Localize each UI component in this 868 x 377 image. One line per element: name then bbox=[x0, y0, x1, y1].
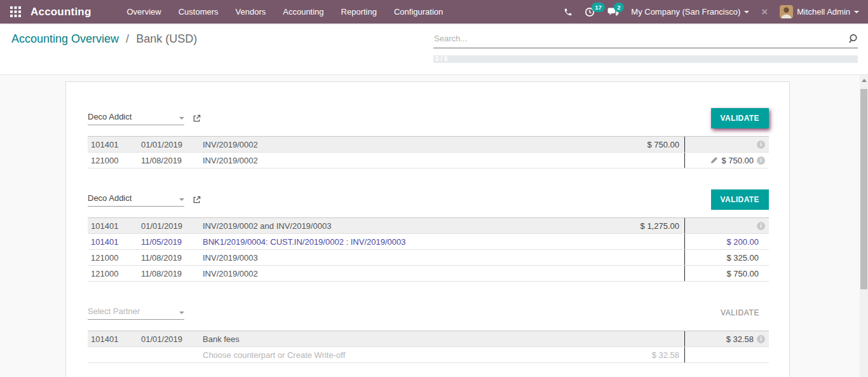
partner-select[interactable]: Deco Addict bbox=[88, 193, 184, 207]
company-name: My Company (San Francisco) bbox=[631, 7, 740, 17]
row-date: 01/01/2019 bbox=[141, 221, 203, 231]
chevron-down-icon bbox=[744, 11, 749, 13]
control-panel: Accounting Overview / Bank (USD) 0 / 6 bbox=[0, 24, 868, 75]
partner-name: Deco Addict bbox=[88, 193, 132, 203]
breadcrumb-link-accounting-overview[interactable]: Accounting Overview bbox=[11, 32, 119, 45]
account-code: 101401 bbox=[88, 237, 141, 247]
table-row[interactable]: 101401 01/01/2019 Bank fees $ 32.58 i bbox=[88, 331, 769, 347]
table-row[interactable]: 101401 01/01/2019 INV/2019/0002 and INV/… bbox=[88, 218, 769, 234]
table-row[interactable]: 121000 11/08/2019 INV/2019/0002 $ 750.00 bbox=[88, 266, 769, 282]
credit-amount: $ 750.00 bbox=[721, 156, 754, 165]
partner-select[interactable]: Deco Addict bbox=[88, 112, 184, 125]
apps-menu-icon[interactable] bbox=[10, 6, 21, 17]
search-icon[interactable] bbox=[848, 34, 858, 46]
info-icon[interactable]: i bbox=[757, 222, 765, 230]
credit-amount: $ 325.00 bbox=[726, 253, 759, 263]
partner-row: Deco Addict VALIDATE bbox=[88, 190, 769, 209]
account-code: 121000 bbox=[88, 156, 141, 165]
chevron-down-icon bbox=[179, 312, 184, 314]
debit-amount: $ 32.58 bbox=[602, 350, 684, 360]
chevron-down-icon bbox=[854, 11, 859, 13]
phone-icon[interactable] bbox=[564, 8, 573, 17]
info-icon[interactable]: i bbox=[757, 141, 765, 149]
nav-item-customers[interactable]: Customers bbox=[179, 7, 219, 17]
scrollbar-thumb[interactable] bbox=[860, 89, 867, 289]
account-code: 121000 bbox=[88, 269, 141, 278]
row-label: INV/2019/0002 bbox=[203, 156, 602, 165]
credit-cell: $ 32.58 i bbox=[684, 331, 769, 346]
row-date: 11/08/2019 bbox=[141, 269, 203, 278]
reconciliation-progress-bar: 0 / 6 bbox=[433, 55, 858, 63]
row-label: INV/2019/0003 bbox=[203, 253, 602, 263]
credit-cell: $ 200.00 bbox=[684, 234, 769, 249]
credit-amount: $ 750.00 bbox=[726, 269, 759, 278]
row-date: 11/08/2019 bbox=[141, 253, 203, 263]
nav-item-reporting[interactable]: Reporting bbox=[341, 7, 377, 17]
row-date: 11/05/2019 bbox=[141, 237, 203, 247]
external-link-icon[interactable] bbox=[193, 114, 201, 123]
reconciliation-table: 101401 01/01/2019 Bank fees $ 32.58 i Ch… bbox=[88, 331, 769, 363]
partner-row: Deco Addict VALIDATE bbox=[88, 109, 769, 128]
validate-button[interactable]: VALIDATE bbox=[711, 108, 769, 128]
breadcrumb: Accounting Overview / Bank (USD) bbox=[11, 32, 197, 46]
search-input[interactable] bbox=[433, 30, 858, 48]
partner-select[interactable]: Select Partner bbox=[88, 306, 184, 320]
reconciliation-widget: Deco Addict VALIDATE 101401 01/01/2019 I… bbox=[88, 109, 769, 168]
edit-pencil-icon[interactable] bbox=[710, 156, 718, 164]
nav-item-vendors[interactable]: Vendors bbox=[236, 7, 266, 17]
partner-row: Select Partner VALIDATE bbox=[88, 303, 769, 322]
validate-button[interactable]: VALIDATE bbox=[711, 189, 769, 210]
external-link-icon[interactable] bbox=[193, 196, 201, 204]
content-area: Deco Addict VALIDATE 101401 01/01/2019 I… bbox=[0, 75, 860, 377]
partner-name: Deco Addict bbox=[88, 112, 132, 121]
table-row[interactable]: 121000 11/08/2019 INV/2019/0002 $ 750.00… bbox=[88, 153, 769, 168]
reconciliation-table: 101401 01/01/2019 INV/2019/0002 $ 750.00… bbox=[88, 136, 769, 168]
vertical-scrollbar[interactable] bbox=[860, 75, 868, 377]
table-row-hint[interactable]: Choose counterpart or Create Write-off $… bbox=[88, 347, 769, 363]
progress-label: 0 / 6 bbox=[433, 55, 858, 63]
breadcrumb-separator: / bbox=[126, 32, 129, 45]
app-name[interactable]: Accounting bbox=[31, 6, 92, 18]
credit-amount: $ 200.00 bbox=[726, 237, 759, 247]
company-switcher[interactable]: My Company (San Francisco) bbox=[631, 7, 749, 17]
message-badge: 2 bbox=[614, 3, 623, 13]
row-label: Choose counterpart or Create Write-off bbox=[203, 350, 602, 360]
nav-item-overview[interactable]: Overview bbox=[127, 7, 161, 17]
account-code: 101401 bbox=[88, 140, 141, 149]
row-date: 01/01/2019 bbox=[141, 334, 203, 344]
validate-button-disabled[interactable]: VALIDATE bbox=[711, 303, 769, 323]
reconciliation-widget: Select Partner VALIDATE 101401 01/01/201… bbox=[88, 303, 769, 363]
main-menu: Overview Customers Vendors Accounting Re… bbox=[127, 7, 444, 17]
user-name: Mitchell Admin bbox=[797, 7, 850, 17]
info-icon[interactable]: i bbox=[757, 156, 765, 165]
account-code: 101401 bbox=[88, 221, 141, 231]
account-code: 101401 bbox=[88, 334, 141, 344]
top-navbar: Accounting Overview Customers Vendors Ac… bbox=[0, 0, 868, 24]
credit-cell: $ 750.00 bbox=[684, 266, 769, 281]
debit-amount: $ 750.00 bbox=[602, 140, 684, 149]
row-label: BNK1/2019/0004: CUST.IN/2019/0002 : INV/… bbox=[203, 237, 602, 247]
row-label: INV/2019/0002 bbox=[203, 140, 602, 149]
scroll-up-icon[interactable] bbox=[862, 79, 867, 82]
search-view bbox=[433, 30, 858, 48]
credit-cell: i bbox=[684, 137, 769, 152]
chevron-down-icon bbox=[179, 117, 184, 120]
table-row[interactable]: 101401 01/01/2019 INV/2019/0002 $ 750.00… bbox=[88, 137, 769, 153]
nav-item-configuration[interactable]: Configuration bbox=[394, 7, 443, 17]
chevron-down-icon bbox=[179, 198, 184, 201]
info-icon[interactable]: i bbox=[757, 335, 765, 343]
table-row[interactable]: 121000 11/08/2019 INV/2019/0003 $ 325.00 bbox=[88, 250, 769, 266]
credit-cell: i bbox=[684, 218, 769, 233]
reconciliation-table: 101401 01/01/2019 INV/2019/0002 and INV/… bbox=[88, 217, 769, 282]
user-menu[interactable]: Mitchell Admin bbox=[780, 5, 859, 18]
row-date: 01/01/2019 bbox=[141, 140, 203, 149]
debit-amount: $ 1,275.00 bbox=[602, 221, 684, 231]
credit-amount: $ 32.58 bbox=[726, 334, 754, 344]
messages-icon[interactable]: 2 bbox=[607, 7, 619, 17]
nav-item-accounting[interactable]: Accounting bbox=[283, 7, 323, 17]
avatar bbox=[780, 5, 793, 18]
account-code: 121000 bbox=[88, 253, 141, 263]
tools-icon[interactable]: × bbox=[761, 6, 768, 17]
table-row-selected[interactable]: 101401 11/05/2019 BNK1/2019/0004: CUST.I… bbox=[88, 234, 769, 250]
activities-icon[interactable]: 17 bbox=[585, 7, 595, 17]
